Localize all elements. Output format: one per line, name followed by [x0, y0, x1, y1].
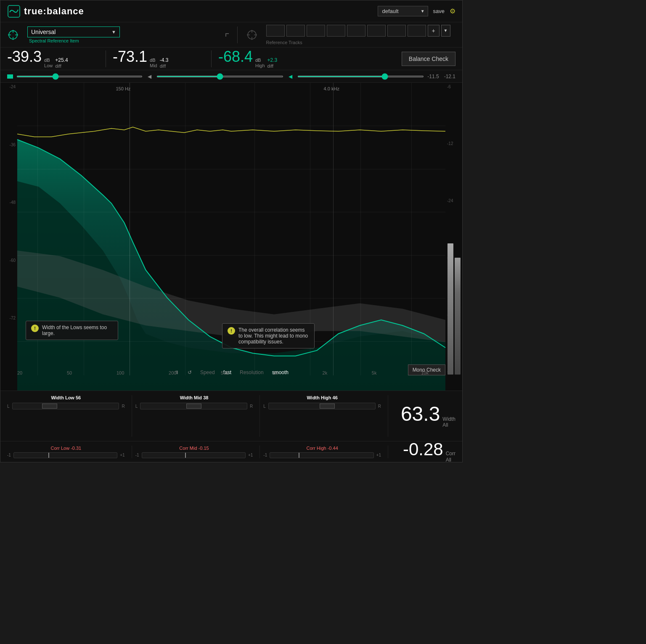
ref-dropdown-button[interactable]: ▼	[441, 25, 450, 37]
ref-track-box-3[interactable]	[307, 25, 325, 37]
corr-high-slider[interactable]	[270, 452, 373, 458]
width-mid-slider[interactable]	[140, 403, 247, 409]
tooltip-warn-icon-2: !	[228, 327, 235, 335]
corr-mid-slider[interactable]	[142, 452, 246, 458]
freq-1k: 1k	[273, 370, 278, 375]
mid-range-slider[interactable]	[156, 76, 283, 77]
corr-low-label: Corr Low -0.31	[7, 446, 125, 451]
freq-100: 100	[116, 370, 124, 375]
tooltip-lows-text: Width of the Lows seems too large.	[42, 325, 113, 336]
logo-text: true:balance	[24, 6, 84, 17]
ref-track-box-2[interactable]	[286, 25, 305, 37]
sliders-row: ◀ ◀ -11.5 -12.1	[0, 70, 462, 83]
corr-all-sublabel: All	[446, 457, 455, 463]
meter-low-label: Low	[44, 63, 53, 68]
lufs-left: -11.5	[427, 74, 439, 79]
logo-icon	[7, 5, 21, 18]
width-all-number: 63.3	[401, 404, 440, 424]
width-high-r: R	[378, 404, 381, 409]
width-high-thumb	[320, 404, 335, 409]
slider-arrow-2: ◀	[289, 74, 292, 79]
spectral-ref-value: Universal	[31, 29, 109, 35]
meter-high: -68.4 dB High +2.3 diff	[218, 49, 310, 69]
vu-bar-right	[455, 258, 461, 375]
meter-mid-diff-label: diff	[160, 63, 169, 69]
corr-low-max: +1	[120, 453, 124, 457]
width-all-sub: Width All	[442, 416, 455, 428]
width-mid-l: L	[135, 404, 138, 409]
freq-20: 20	[17, 370, 22, 375]
corr-low-thumb	[48, 453, 49, 458]
logo-area: true:balance	[7, 5, 84, 18]
grid-h-4	[17, 255, 445, 256]
save-button[interactable]: save	[433, 8, 445, 14]
corr-high-label: Corr High -0.44	[263, 446, 381, 451]
db-label-36: -36	[0, 143, 16, 147]
ref-track-box-6[interactable]	[367, 25, 386, 37]
corr-all-section: -0.28 Corr All	[388, 441, 455, 462]
meter-sep-2	[211, 50, 212, 67]
meter-low-value: -39.3	[7, 49, 42, 64]
app-container: true:balance default ▼ save ⚙ Universal	[0, 0, 463, 462]
tooltip-warn-icon-1: !	[31, 325, 39, 332]
meter-low: -39.3 dB Low +25.4 diff	[7, 49, 99, 69]
corr-all-sub: Corr All	[446, 451, 455, 462]
lufs-right: -12.1	[444, 74, 455, 79]
tooltip-corr: ! The overall correlation seems to low. …	[222, 323, 315, 348]
header: true:balance default ▼ save ⚙	[0, 0, 462, 22]
low-range-slider[interactable]	[16, 76, 143, 77]
width-all-label: Width	[442, 416, 455, 422]
corr-high-thumb	[299, 453, 299, 458]
meter-low-diff-label: diff	[55, 63, 68, 69]
vu-bar-left	[447, 243, 453, 375]
hz-label-150: 150 Hz	[116, 86, 131, 91]
db-label-72: -72	[0, 316, 16, 320]
spectral-ref-select[interactable]: Universal ▼	[27, 26, 120, 37]
width-mid-label: Width Mid 38	[135, 395, 253, 400]
width-high-slider[interactable]	[268, 403, 376, 409]
corr-low-slider-row: -1 +1	[7, 452, 125, 458]
low-slider-marker	[7, 74, 13, 79]
grid-v-8	[411, 83, 412, 375]
slider-arrow: ◀	[148, 74, 151, 79]
corr-mid-label: Corr Mid -0.15	[135, 446, 253, 451]
corr-high-max: +1	[376, 453, 381, 457]
vu-meters	[445, 83, 462, 375]
corr-low-slider[interactable]	[13, 452, 117, 458]
controls-row: Universal ▼ Spectral Reference Item	[0, 22, 462, 48]
corr-low-section: Corr Low -0.31 -1 +1	[7, 446, 132, 458]
header-right: default ▼ save ⚙	[378, 6, 455, 16]
grid-v-7	[360, 83, 361, 375]
tooltip-lows: ! Width of the Lows seems too large.	[26, 321, 118, 340]
lufs-values: -11.5 -12.1	[427, 74, 455, 79]
db-label-48: -48	[0, 200, 16, 205]
freq-500: 500	[221, 370, 228, 375]
width-mid-r: R	[250, 404, 253, 409]
ref-track-box-7[interactable]	[387, 25, 406, 37]
ref-track-box-4[interactable]	[327, 25, 345, 37]
ref-add-button[interactable]: +	[428, 25, 439, 37]
width-high-section: Width High 46 L R	[260, 395, 388, 437]
bracket-decoration	[225, 33, 229, 37]
meter-mid-value: -73.1	[113, 49, 147, 64]
preset-dropdown[interactable]: default	[378, 6, 428, 16]
width-low-slider[interactable]	[12, 403, 119, 409]
meters-row: -39.3 dB Low +25.4 diff -73.1 dB Mid -4.…	[0, 48, 462, 70]
gear-icon[interactable]: ⚙	[450, 7, 455, 15]
ref-track-box-8[interactable]	[408, 25, 426, 37]
ref-track-box-5[interactable]	[347, 25, 365, 37]
corr-mid-thumb	[185, 453, 186, 458]
width-mid-thumb	[186, 404, 201, 409]
width-high-l: L	[263, 404, 266, 409]
hz-label-4k: 4.0 kHz	[324, 86, 339, 91]
width-low-section: Width Low 56 L R	[7, 395, 132, 437]
high-range-slider[interactable]	[297, 76, 424, 77]
meter-high-db: dB	[255, 58, 265, 63]
spectral-ref: Universal ▼ Spectral Reference Item	[27, 26, 217, 43]
bottom-meters: Width Low 56 L R Width Mid 38 L R	[0, 391, 462, 441]
meter-low-diff-sub: +25.4 diff	[55, 57, 68, 69]
meter-high-value: -68.4	[218, 49, 253, 64]
ref-track-box-1[interactable]	[266, 25, 285, 37]
db-label-60: -60	[0, 258, 16, 263]
balance-check-button[interactable]: Balance Check	[402, 52, 455, 66]
